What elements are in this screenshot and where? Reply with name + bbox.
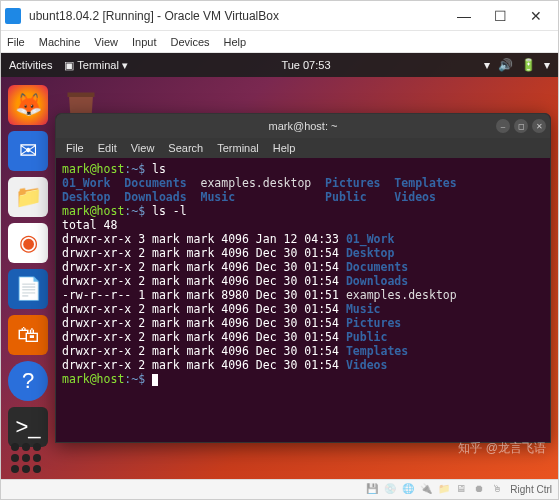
dock-terminal[interactable]: >_ bbox=[8, 407, 48, 447]
dock-firefox[interactable]: 🦊 bbox=[8, 85, 48, 125]
term-menu-help[interactable]: Help bbox=[273, 142, 296, 154]
terminal-maximize[interactable]: ◻ bbox=[514, 119, 528, 133]
term-menu-terminal[interactable]: Terminal bbox=[217, 142, 259, 154]
term-menu-search[interactable]: Search bbox=[168, 142, 203, 154]
vbox-app-icon bbox=[5, 8, 21, 24]
terminal-titlebar[interactable]: mark@host: ~ – ◻ ✕ bbox=[56, 114, 550, 138]
activities-button[interactable]: Activities bbox=[9, 59, 52, 71]
term-menu-view[interactable]: View bbox=[131, 142, 155, 154]
dock-files[interactable]: 📁 bbox=[8, 177, 48, 217]
clock[interactable]: Tue 07:53 bbox=[128, 59, 484, 71]
status-mouse-icon: 🖱 bbox=[492, 483, 506, 497]
vbox-menu-file[interactable]: File bbox=[7, 36, 25, 48]
status-rec-icon: ⏺ bbox=[474, 483, 488, 497]
vbox-menu-help[interactable]: Help bbox=[224, 36, 247, 48]
vbox-titlebar: ubunt18.04.2 [Running] - Oracle VM Virtu… bbox=[1, 1, 558, 31]
vbox-menubar: File Machine View Input Devices Help bbox=[1, 31, 558, 53]
vbox-menu-devices[interactable]: Devices bbox=[170, 36, 209, 48]
ubuntu-dock: 🦊 ✉ 📁 ◉ 📄 🛍 ? >_ bbox=[5, 85, 51, 447]
network-icon: ▾ bbox=[484, 58, 490, 72]
close-button[interactable]: ✕ bbox=[518, 2, 554, 30]
vbox-menu-input[interactable]: Input bbox=[132, 36, 156, 48]
terminal-title: mark@host: ~ bbox=[269, 120, 338, 132]
vbox-menu-machine[interactable]: Machine bbox=[39, 36, 81, 48]
dock-software[interactable]: 🛍 bbox=[8, 315, 48, 355]
power-icon: ▾ bbox=[544, 58, 550, 72]
ubuntu-desktop: Activities ▣ Terminal ▾ Tue 07:53 ▾ 🔊 🔋 … bbox=[1, 53, 558, 479]
vbox-title: ubunt18.04.2 [Running] - Oracle VM Virtu… bbox=[29, 9, 446, 23]
vbox-menu-view[interactable]: View bbox=[94, 36, 118, 48]
status-shared-icon: 📁 bbox=[438, 483, 452, 497]
vbox-statusbar: 💾 💿 🌐 🔌 📁 🖥 ⏺ 🖱 Right Ctrl bbox=[1, 479, 558, 499]
term-menu-file[interactable]: File bbox=[66, 142, 84, 154]
terminal-body[interactable]: mark@host:~$ ls 01_Work Documents exampl… bbox=[56, 158, 550, 442]
status-usb-icon: 🔌 bbox=[420, 483, 434, 497]
window-controls: — ☐ ✕ bbox=[446, 2, 554, 30]
term-menu-edit[interactable]: Edit bbox=[98, 142, 117, 154]
terminal-close[interactable]: ✕ bbox=[532, 119, 546, 133]
volume-icon: 🔊 bbox=[498, 58, 513, 72]
ubuntu-topbar: Activities ▣ Terminal ▾ Tue 07:53 ▾ 🔊 🔋 … bbox=[1, 53, 558, 77]
dock-thunderbird[interactable]: ✉ bbox=[8, 131, 48, 171]
status-net-icon: 🌐 bbox=[402, 483, 416, 497]
terminal-window: mark@host: ~ – ◻ ✕ File Edit View Search… bbox=[55, 113, 551, 443]
dock-rhythmbox[interactable]: ◉ bbox=[8, 223, 48, 263]
status-display-icon: 🖥 bbox=[456, 483, 470, 497]
status-hdd-icon: 💾 bbox=[366, 483, 380, 497]
watermark: 知乎 @龙言飞语 bbox=[458, 440, 546, 457]
virtualbox-window: ubunt18.04.2 [Running] - Oracle VM Virtu… bbox=[0, 0, 559, 500]
status-host-key: Right Ctrl bbox=[510, 484, 552, 495]
app-grid-launcher[interactable] bbox=[11, 443, 41, 473]
maximize-button[interactable]: ☐ bbox=[482, 2, 518, 30]
battery-icon: 🔋 bbox=[521, 58, 536, 72]
terminal-minimize[interactable]: – bbox=[496, 119, 510, 133]
minimize-button[interactable]: — bbox=[446, 2, 482, 30]
system-menu[interactable]: ▾ 🔊 🔋 ▾ bbox=[484, 58, 550, 72]
dock-libreoffice[interactable]: 📄 bbox=[8, 269, 48, 309]
terminal-menubar: File Edit View Search Terminal Help bbox=[56, 138, 550, 158]
app-menu[interactable]: ▣ Terminal ▾ bbox=[64, 59, 127, 72]
dock-help[interactable]: ? bbox=[8, 361, 48, 401]
status-cd-icon: 💿 bbox=[384, 483, 398, 497]
